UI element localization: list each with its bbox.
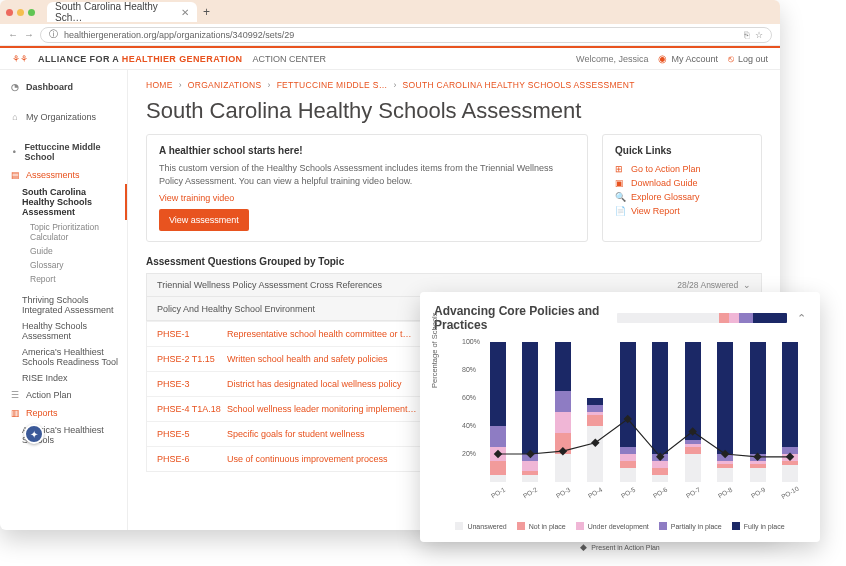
y-tick: 40%	[462, 422, 476, 429]
crumb-home[interactable]: HOME	[146, 80, 173, 90]
bar-column: PO-3	[555, 342, 571, 482]
bar-column: PO-6	[652, 342, 668, 482]
logo-icon[interactable]: ⚘⚘	[12, 54, 28, 64]
sidebar-school[interactable]: •Fettuccine Middle School	[0, 138, 127, 166]
quick-link-label: Explore Glossary	[631, 192, 700, 202]
legend-item: Under development	[576, 522, 649, 530]
star-icon[interactable]: ☆	[755, 30, 763, 40]
logout-icon: ⎋	[728, 53, 734, 64]
home-icon: ⌂	[10, 112, 20, 122]
row-id: PHSE-4 T1A.18	[157, 404, 227, 414]
quick-link-item[interactable]: 🔍Explore Glossary	[615, 190, 749, 204]
quick-link-item[interactable]: ▣Download Guide	[615, 176, 749, 190]
sidebar-glossary[interactable]: Glossary	[0, 258, 127, 272]
x-tick-label: PO-4	[587, 486, 604, 500]
chart-panel: Advancing Core Policies and Practices ⌃ …	[420, 292, 820, 542]
url-box[interactable]: ⓘ healthiergeneration.org/app/organizati…	[40, 27, 772, 43]
minimize-dot[interactable]	[17, 9, 24, 16]
url-text: healthiergeneration.org/app/organization…	[64, 30, 294, 40]
zoom-dot[interactable]	[28, 9, 35, 16]
sidebar-tpc[interactable]: Topic Prioritization Calculator	[0, 220, 127, 244]
chevron-up-icon[interactable]: ⌃	[797, 312, 806, 325]
sidebar-ahs[interactable]: America's Healthiest Schools	[0, 422, 127, 448]
accordion-title: Policy And Healthy School Environment	[157, 304, 315, 314]
window-controls[interactable]	[6, 9, 35, 16]
bar-column: PO-8	[717, 342, 733, 482]
training-video-link[interactable]: View training video	[159, 193, 575, 203]
intro-title: A healthier school starts here!	[159, 145, 575, 156]
sidebar-rise[interactable]: RISE Index	[0, 370, 127, 386]
quick-link-item[interactable]: ⊞Go to Action Plan	[615, 162, 749, 176]
address-bar: ← → ⓘ healthiergeneration.org/app/organi…	[0, 24, 780, 46]
y-tick: 80%	[462, 366, 476, 373]
crumb-orgs[interactable]: ORGANIZATIONS	[188, 80, 262, 90]
chart-title: Advancing Core Policies and Practices	[434, 304, 607, 332]
chart-legend: UnansweredNot in placeUnder developmentP…	[434, 522, 806, 552]
x-tick-label: PO-6	[652, 486, 669, 500]
quick-link-icon: ⊞	[615, 164, 625, 174]
brand-text[interactable]: ALLIANCE FOR A HEALTHIER GENERATION	[38, 54, 243, 64]
crumb-current[interactable]: SOUTH CAROLINA HEALTHY SCHOOLS ASSESSMEN…	[403, 80, 635, 90]
my-account-link[interactable]: ◉My Account	[658, 53, 718, 64]
sidebar-tsia[interactable]: Thriving Schools Integrated Assessment	[0, 292, 127, 318]
back-icon[interactable]: ←	[8, 29, 18, 40]
legend-line-item: ◆Present in Action Plan	[580, 542, 660, 552]
x-tick-label: PO-8	[717, 486, 734, 500]
x-tick-label: PO-2	[522, 486, 539, 500]
action-center-link[interactable]: ACTION CENTER	[253, 54, 327, 64]
x-tick-label: PO-5	[619, 486, 636, 500]
sidebar-assessments[interactable]: ▤Assessments	[0, 166, 127, 184]
sidebar-dashboard[interactable]: ◔Dashboard	[0, 78, 127, 96]
sidebar-action-plan[interactable]: ☰Action Plan	[0, 386, 127, 404]
sidebar-my-organizations[interactable]: ⌂My Organizations	[0, 108, 127, 126]
sidebar-guide[interactable]: Guide	[0, 244, 127, 258]
row-id: PHSE-2 T1.15	[157, 354, 227, 364]
quick-link-icon: 🔍	[615, 192, 625, 202]
legend-swatch	[576, 522, 584, 530]
sidebar-current-assessment[interactable]: South Carolina Healthy Schools Assessmen…	[0, 184, 127, 220]
browser-tab[interactable]: South Carolina Healthy Sch… ✕	[47, 2, 197, 22]
x-tick-label: PO-10	[780, 485, 800, 500]
topics-heading: Assessment Questions Grouped by Topic	[146, 256, 762, 267]
accessibility-badge-icon[interactable]: ✦	[24, 424, 44, 444]
sidebar-ahsr[interactable]: America's Healthiest Schools Readiness T…	[0, 344, 127, 370]
y-tick: 100%	[462, 338, 480, 345]
quick-link-icon: ▣	[615, 178, 625, 188]
y-tick: 20%	[462, 450, 476, 457]
x-tick-label: PO-9	[749, 486, 766, 500]
bar-column: PO-2	[522, 342, 538, 482]
chart-summary-bar	[617, 313, 787, 323]
chevron-down-icon: ⌄	[743, 280, 751, 290]
legend-item: Partially in place	[659, 522, 722, 530]
accordion-title: Triennial Wellness Policy Assessment Cro…	[157, 280, 382, 290]
forward-icon[interactable]: →	[24, 29, 34, 40]
site-info-icon[interactable]: ⓘ	[49, 28, 58, 41]
close-dot[interactable]	[6, 9, 13, 16]
list-icon: ☰	[10, 390, 20, 400]
sidebar-hsa[interactable]: Healthy Schools Assessment	[0, 318, 127, 344]
close-tab-icon[interactable]: ✕	[181, 7, 189, 18]
y-tick-labels: 100%80%60%40%20%	[462, 342, 492, 482]
view-assessment-button[interactable]: View assessment	[159, 209, 249, 231]
y-axis-label: Percentage of Schools	[430, 313, 439, 388]
quick-links-card: Quick Links ⊞Go to Action Plan▣Download …	[602, 134, 762, 242]
x-tick-label: PO-7	[684, 486, 701, 500]
chart-icon: ▥	[10, 408, 20, 418]
tab-bar: South Carolina Healthy Sch… ✕ +	[0, 0, 780, 24]
sidebar-reports[interactable]: ▥Reports	[0, 404, 127, 422]
legend-swatch	[732, 522, 740, 530]
legend-item: Fully in place	[732, 522, 785, 530]
logout-link[interactable]: ⎋Log out	[728, 53, 768, 64]
legend-swatch	[455, 522, 463, 530]
quick-links-title: Quick Links	[615, 145, 749, 156]
quick-link-label: Go to Action Plan	[631, 164, 701, 174]
legend-item: Not in place	[517, 522, 566, 530]
intro-card: A healthier school starts here! This cus…	[146, 134, 588, 242]
crumb-school[interactable]: FETTUCCINE MIDDLE S…	[277, 80, 388, 90]
reader-icon[interactable]: ⎘	[744, 30, 749, 40]
sidebar-report[interactable]: Report	[0, 272, 127, 286]
new-tab-icon[interactable]: +	[203, 5, 210, 19]
welcome-text: Welcome, Jessica	[576, 54, 648, 64]
tab-title: South Carolina Healthy Sch…	[55, 1, 175, 23]
quick-link-item[interactable]: 📄View Report	[615, 204, 749, 218]
